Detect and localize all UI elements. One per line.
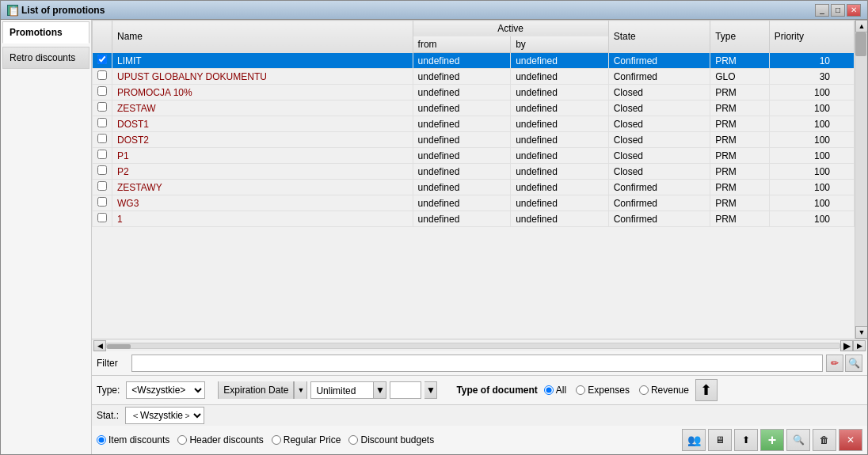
row-priority: 100 [769,180,854,195]
expiry-date-label[interactable]: Expiration Date [219,381,294,399]
row-checkbox[interactable] [97,86,107,96]
bottom-row: Item discounts Header discounts Regular … [92,426,867,454]
row-type: PRM [710,116,770,132]
col-type: Type [710,21,770,53]
scroll-up-arrow[interactable]: ▲ [855,20,867,32]
minimize-button[interactable]: _ [815,4,829,17]
row-state: Confirmed [608,195,710,211]
vertical-scrollbar[interactable]: ▲ ▼ [855,20,867,339]
table-row[interactable]: ZESTAW undefined undefined Closed PRM 10… [93,100,855,116]
doc-type-all-radio[interactable] [544,385,554,395]
doc-type-all[interactable]: All [544,385,566,396]
doc-type-expenses[interactable]: Expenses [576,385,630,396]
scroll-right-arrow1[interactable]: ▶ [843,340,851,351]
row-by: undefined [511,180,609,195]
add-button[interactable]: + [760,429,784,451]
screen-button[interactable]: 🖥 [708,429,732,451]
row-checkbox[interactable] [97,197,107,207]
table-row[interactable]: 1 undefined undefined Confirmed PRM 100 [93,211,855,227]
scroll-right-arrows[interactable]: ▶ [840,340,853,351]
scroll-right-arrow2[interactable]: ▶ [853,340,866,351]
filter-label: Filter [97,358,128,369]
filter-edit-button[interactable]: ✏ [826,355,843,372]
filter-input[interactable] [131,355,823,372]
header-discounts-radio[interactable] [177,435,187,445]
retro-discounts-tab[interactable]: Retro discounts [2,47,89,69]
row-checkbox[interactable] [97,70,107,80]
row-checkbox[interactable] [97,213,107,222]
expiry-color-arrow[interactable]: ▼ [424,381,437,399]
upload-button[interactable]: ⬆ [734,429,758,451]
scroll-track[interactable] [855,32,867,326]
regular-price-radio[interactable] [272,435,281,445]
close-button[interactable]: ✕ [847,4,861,17]
expiry-section: Expiration Date ▼ Unlimited ▼ ▼ [218,381,437,399]
header-discounts-option[interactable]: Header discounts [177,434,263,446]
row-checkbox[interactable] [97,118,107,127]
discount-budgets-radio[interactable] [348,435,358,445]
close-action-button[interactable]: ✕ [839,429,862,451]
row-checkbox[interactable] [97,150,107,159]
table-row[interactable]: UPUST GLOBALNY DOKUMENTU undefined undef… [93,69,855,85]
table-row[interactable]: LIMIT undefined undefined Confirmed PRM … [93,53,855,69]
scroll-down-arrow[interactable]: ▼ [855,326,867,339]
people-button[interactable]: 👥 [682,429,706,451]
expiry-dropdown-arrow[interactable]: ▼ [294,381,306,399]
table-row[interactable]: WG3 undefined undefined Confirmed PRM 10… [93,195,855,211]
row-by: undefined [511,69,609,85]
type-label: Type: [97,385,120,396]
table-row[interactable]: DOST1 undefined undefined Closed PRM 100 [93,116,855,132]
scroll-thumb[interactable] [855,32,866,56]
promotions-tab[interactable]: Promotions [2,21,89,44]
expiry-value-display: Unlimited [310,381,374,399]
discount-budgets-option[interactable]: Discount budgets [348,434,434,446]
table-row[interactable]: P2 undefined undefined Closed PRM 100 [93,164,855,180]
expiry-value-arrow[interactable]: ▼ [374,381,386,399]
row-type: PRM [710,180,770,195]
expiry-value-group: Unlimited ▼ [310,381,386,399]
row-by: undefined [511,195,609,211]
row-state: Closed [608,100,710,116]
row-checkbox[interactable] [97,181,107,191]
doc-type-revenue-radio[interactable] [639,385,649,395]
stat-select[interactable]: ＜Wszystkie＞ [125,407,204,424]
row-checkbox[interactable] [97,55,107,64]
table-row[interactable]: PROMOCJA 10% undefined undefined Closed … [93,85,855,100]
scroll-left-arrow[interactable]: ◀ [93,340,106,351]
doc-type-expenses-radio[interactable] [576,385,585,395]
regular-price-option[interactable]: Regular Price [272,434,341,446]
row-checkbox[interactable] [97,102,107,112]
row-checkbox[interactable] [97,134,107,143]
scroll-thumb-h[interactable] [107,344,131,349]
filter-search-button[interactable]: 🔍 [845,355,862,372]
row-from: undefined [413,85,511,100]
type-select[interactable]: <Wszystkie> [126,381,205,399]
table-row[interactable]: ZESTAWY undefined undefined Confirmed PR… [93,180,855,195]
row-type: PRM [710,53,770,69]
delete-button[interactable]: 🗑 [813,429,836,451]
stat-row: Stat.: ＜Wszystkie＞ [92,405,867,426]
doc-type-revenue[interactable]: Revenue [639,385,689,396]
table-row[interactable]: DOST2 undefined undefined Closed PRM 100 [93,132,855,148]
maximize-button[interactable]: □ [831,4,845,17]
table-body: LIMIT undefined undefined Confirmed PRM … [93,53,855,227]
expiry-dropdown[interactable]: Expiration Date ▼ [218,381,307,399]
horizontal-scrollbar[interactable]: ◀ ▶ ▶ [92,339,867,351]
search-button[interactable]: 🔍 [786,429,810,451]
row-checkbox-cell [93,53,112,69]
row-priority: 100 [769,85,854,100]
filter-row: Filter ✏ 🔍 [92,351,867,376]
row-from: undefined [413,195,511,211]
row-type: PRM [710,148,770,164]
row-priority: 100 [769,132,854,148]
row-from: undefined [413,211,511,227]
row-priority: 100 [769,100,854,116]
row-checkbox-cell [93,164,112,180]
table-row[interactable]: P1 undefined undefined Closed PRM 100 [93,148,855,164]
scroll-track-h[interactable] [106,343,840,349]
table-container[interactable]: Name Active State Type Priority from by [92,20,855,339]
doc-type-action-button[interactable]: ⬆ [695,379,718,401]
item-discounts-option[interactable]: Item discounts [97,434,169,446]
item-discounts-radio[interactable] [97,435,106,445]
row-checkbox[interactable] [97,165,107,175]
